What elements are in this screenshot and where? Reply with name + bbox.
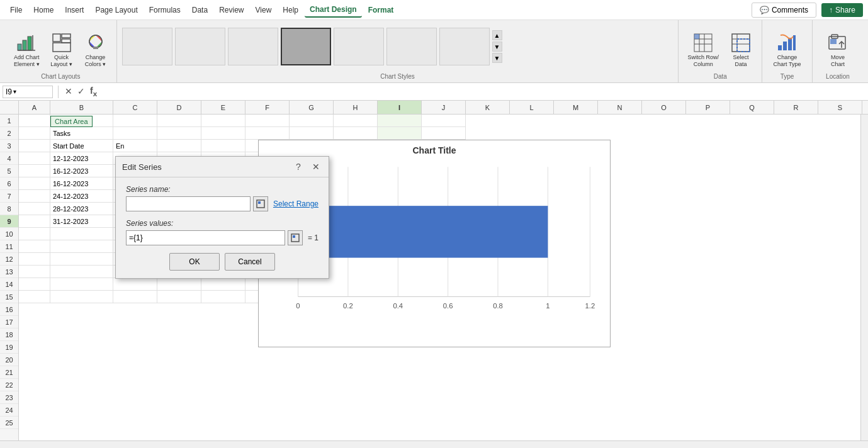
svg-rect-49 (258, 201, 261, 204)
dialog-close-button[interactable]: ✕ (310, 160, 322, 173)
cancel-button[interactable]: Cancel (225, 253, 275, 271)
dialog-buttons: OK Cancel (126, 253, 318, 271)
series-name-input[interactable] (126, 196, 251, 211)
ok-button[interactable]: OK (169, 253, 220, 271)
dialog-title: Edit Series (122, 162, 162, 172)
series-name-range-button[interactable] (253, 196, 268, 211)
select-range-link[interactable]: Select Range (273, 199, 318, 208)
edit-series-dialog: Edit Series ? ✕ Series name: Select Rang… (115, 156, 329, 279)
series-values-label: Series values: (126, 219, 318, 228)
series-name-label: Series name: (126, 185, 318, 194)
dialog-title-bar: Edit Series ? ✕ (116, 157, 329, 177)
series-values-input[interactable] (126, 230, 285, 245)
series-values-equal: = 1 (308, 233, 318, 242)
dialog-body: Series name: Select Range Series values: (116, 177, 329, 278)
dialog-title-icons: ? ✕ (292, 160, 322, 173)
svg-rect-51 (293, 235, 295, 238)
series-values-range-button[interactable] (288, 230, 303, 245)
series-name-row: Select Range (126, 196, 318, 211)
dialog-help-button[interactable]: ? (292, 160, 305, 173)
dialog-overlay: Edit Series ? ✕ Series name: Select Rang… (0, 0, 868, 448)
series-values-row: = 1 (126, 230, 318, 245)
